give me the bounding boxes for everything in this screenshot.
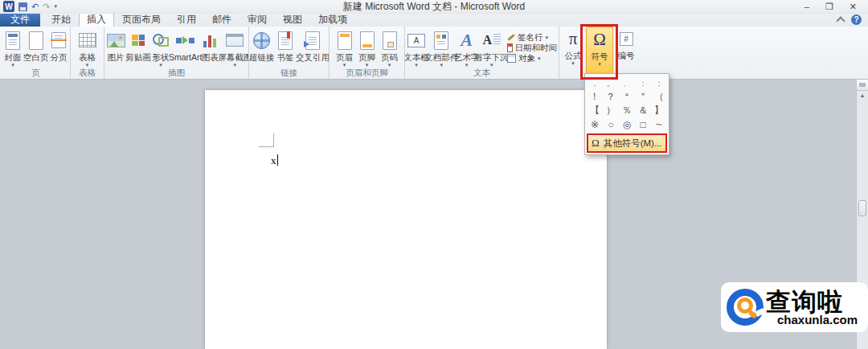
quick-parts-button[interactable]: 文档部件 ▾ — [428, 28, 456, 68]
symbol-cell[interactable]: ○ — [603, 117, 619, 131]
date-time-icon — [507, 43, 513, 52]
page-number-button[interactable]: 页码 ▾ — [379, 28, 401, 68]
scrollbar-thumb[interactable] — [858, 200, 866, 216]
ruler-toggle-button[interactable] — [857, 80, 868, 91]
symbol-button[interactable]: Ω 符号 ▾ — [586, 27, 613, 78]
group-label-links: 链接 — [249, 68, 329, 79]
drop-cap-button[interactable]: A 首字下沉 ▾ — [478, 28, 506, 68]
signature-line-button[interactable]: 签名行 ▾ — [507, 33, 557, 42]
shapes-icon — [153, 29, 169, 51]
symbol-cell[interactable]: ： — [635, 76, 651, 90]
footer-button[interactable]: 页脚 ▾ — [356, 28, 379, 68]
cover-page-icon — [6, 29, 20, 51]
tab-references[interactable]: 引用 — [169, 13, 204, 27]
group-label-text: 文本 — [405, 68, 559, 79]
redo-icon[interactable]: ↷ — [43, 2, 50, 11]
more-symbols-label: 其他符号(M)... — [604, 138, 662, 150]
undo-icon[interactable]: ↶ — [31, 2, 39, 11]
chaxunla-logo-icon — [727, 289, 764, 326]
quick-access-toolbar: W ↶ ↷ ▾ — [0, 1, 57, 12]
table-button[interactable]: 表格 ▾ — [76, 28, 99, 68]
symbol-cell[interactable]: 】 — [651, 104, 667, 117]
close-button[interactable]: ✕ — [850, 1, 857, 12]
scroll-up-icon[interactable]: ▲ — [857, 91, 868, 101]
clipart-button[interactable]: 剪贴画 — [127, 28, 149, 68]
symbol-cell[interactable]: 、 — [619, 76, 635, 90]
minimize-button[interactable]: – — [805, 1, 809, 12]
equation-icon: π — [569, 27, 578, 50]
symbol-cell[interactable]: 【 — [587, 104, 603, 117]
symbol-gallery: ， 。 、 ： ； ！ ？ “ ” （ 【 ） ％ ＆ 】 ※ ○ ◎ □ ～ — [587, 76, 667, 131]
page-break-icon — [51, 29, 66, 51]
tab-file[interactable]: 文件 — [0, 13, 40, 27]
symbol-cell[interactable]: ＆ — [635, 104, 651, 117]
smartart-button[interactable]: SmartArt — [172, 28, 199, 68]
symbol-cell[interactable]: 。 — [603, 76, 619, 90]
symbol-cell[interactable]: ％ — [619, 104, 635, 117]
ribbon-group-links: 超链接 书签 交叉引用 链接 — [249, 27, 330, 79]
tab-page-layout[interactable]: 页面布局 — [114, 13, 169, 27]
picture-button[interactable]: 图片 — [104, 28, 127, 68]
symbol-cell[interactable]: ～ — [651, 117, 667, 131]
header-icon — [338, 29, 352, 51]
date-time-button[interactable]: 日期和时间 — [507, 43, 557, 52]
ribbon-controls: ? — [837, 14, 862, 25]
tab-insert[interactable]: 插入 — [79, 13, 114, 27]
blank-page-button[interactable]: 空白页 — [24, 28, 47, 68]
symbol-cell[interactable]: ？ — [603, 90, 619, 104]
ribbon-group-illustrations: 图片 剪贴画 形状 ▾ SmartArt 图表 — [104, 27, 249, 79]
tab-view[interactable]: 视图 — [275, 13, 310, 27]
tab-mailings[interactable]: 邮件 — [204, 13, 240, 27]
numbering-button[interactable]: # 编号 — [613, 27, 639, 78]
watermark-badge: 查询啦 chaxunla.com — [721, 282, 868, 332]
bookmark-button[interactable]: 书签 — [274, 28, 297, 68]
document-page[interactable]: x — [205, 90, 607, 349]
screenshot-button[interactable]: 屏幕截图 ▾ — [221, 28, 248, 68]
equation-button[interactable]: π 公式 ▾ — [560, 27, 586, 78]
word-app-icon[interactable]: W — [3, 1, 14, 12]
help-icon[interactable]: ? — [851, 14, 862, 25]
symbol-cell[interactable]: ， — [587, 76, 603, 90]
hyperlink-button[interactable]: 超链接 — [249, 28, 274, 68]
omega-icon: Ω — [593, 28, 606, 51]
more-symbols-menu-item[interactable]: Ω 其他符号(M)... — [587, 133, 667, 153]
save-icon[interactable] — [18, 2, 27, 11]
page-break-button[interactable]: 分页 — [47, 28, 70, 68]
cover-page-button[interactable]: 封面 ▾ — [2, 28, 24, 68]
symbol-cell[interactable]: □ — [635, 117, 651, 131]
watermark-brand: 查询啦 — [766, 289, 858, 314]
header-button[interactable]: 页眉 ▾ — [334, 28, 356, 68]
watermark-site: chaxunla.com — [777, 314, 858, 326]
symbol-dropdown-menu: ， 。 、 ： ； ！ ？ “ ” （ 【 ） ％ ＆ 】 ※ ○ ◎ □ ～ … — [584, 73, 669, 155]
chart-icon — [203, 29, 216, 51]
symbol-cell[interactable]: ！ — [587, 90, 603, 104]
tab-review[interactable]: 审阅 — [240, 13, 275, 27]
ribbon: 封面 ▾ 空白页 分页 页 表格 ▾ 表格 — [0, 27, 868, 80]
symbol-cell[interactable]: ” — [635, 90, 651, 104]
cross-reference-button[interactable]: 交叉引用 — [297, 28, 329, 68]
collapse-ribbon-icon[interactable] — [836, 16, 845, 25]
ribbon-group-symbols: π 公式 ▾ Ω 符号 ▾ # 编号 — [560, 27, 639, 78]
footer-icon — [360, 29, 375, 51]
drop-cap-icon: A — [482, 29, 501, 51]
group-label-pages: 页 — [2, 68, 70, 79]
symbol-cell[interactable]: ※ — [587, 117, 603, 131]
customize-qat-icon[interactable]: ▾ — [54, 3, 57, 10]
group-label-header-footer: 页眉和页脚 — [330, 68, 404, 79]
symbol-cell[interactable]: “ — [619, 90, 635, 104]
object-button[interactable]: 对象 ▾ — [507, 54, 557, 63]
object-icon — [507, 54, 516, 63]
tab-add-ins[interactable]: 加载项 — [310, 13, 355, 27]
restore-button[interactable]: ❐ — [825, 1, 833, 12]
omega-icon: Ω — [592, 137, 600, 150]
window-title: 新建 Microsoft Word 文档 - Microsoft Word — [0, 0, 868, 14]
symbol-cell[interactable]: ◎ — [619, 117, 635, 131]
group-label-illustrations: 插图 — [104, 68, 248, 79]
table-icon — [79, 29, 96, 51]
symbol-cell[interactable]: ； — [651, 76, 667, 90]
symbol-cell[interactable]: （ — [651, 90, 667, 104]
group-label-tables: 表格 — [71, 68, 104, 79]
textbox-icon: A — [407, 29, 425, 51]
symbol-cell[interactable]: ） — [603, 104, 619, 117]
tab-home[interactable]: 开始 — [43, 13, 79, 27]
